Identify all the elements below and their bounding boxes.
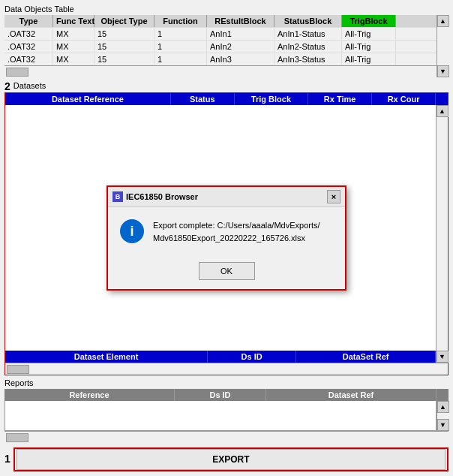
modal-message-line1: Export complete: C:/Users/aaala/MdvExpor…	[153, 221, 320, 230]
th-resultblock: REstultBlock	[207, 15, 274, 27]
th-function: Function	[154, 15, 207, 27]
td-function-1: 1	[154, 28, 207, 40]
reports-body-row: ▲ ▼	[4, 401, 448, 431]
table-row: .OAT32 MX 15 1 AnIn2 AnIn2-Status All-Tr…	[4, 40, 436, 53]
reports-scroll-down[interactable]: ▼	[437, 419, 449, 431]
reports-header: Reference Ds ID Dataset Ref	[4, 389, 448, 401]
scroll-up-arrow[interactable]: ▲	[437, 15, 449, 27]
th-trigblock: TrigBlock	[342, 15, 396, 27]
ok-button[interactable]: OK	[199, 262, 255, 280]
datasets-scroll-spacer	[436, 93, 448, 105]
th-func: Func Text	[53, 15, 94, 27]
modal-title-area: B IEC61850 Browser	[112, 191, 198, 202]
td-statusblock-1: AnIn1-Status	[274, 28, 342, 40]
data-objects-section: Data Objects Table Type Func Text Object…	[4, 5, 448, 77]
vscroll-reports[interactable]: ▲ ▼	[436, 401, 448, 431]
info-icon: i	[120, 219, 144, 243]
datasets-sub-th-dsid: Ds ID	[208, 351, 296, 363]
modal-message-line2: Mdv61850Export_20220222_165726.xlsx	[153, 233, 305, 243]
reports-table-container: Reference Ds ID Dataset Ref ▲ ▼	[4, 389, 448, 443]
hscroll-datasets[interactable]	[5, 363, 448, 375]
datasets-th-status: Status	[171, 93, 235, 105]
td-resultblock-1: AnIn1	[207, 28, 274, 40]
datasets-scroll-up[interactable]: ▲	[436, 105, 448, 117]
datasets-th-trig: Trig Block	[235, 93, 309, 105]
modal-message: Export complete: C:/Users/aaala/MdvExpor…	[153, 219, 320, 244]
td-type-2: .OAT32	[4, 41, 53, 53]
th-type: Type	[4, 15, 53, 27]
td-function-2: 1	[154, 41, 207, 53]
datasets-sub-header: Dataset Element Ds ID DataSet Ref	[5, 351, 436, 363]
th-statusblock: StatusBlock	[274, 15, 342, 27]
datasets-th-rxcour: Rx Cour	[372, 93, 436, 105]
reports-scroll-spacer	[436, 389, 448, 401]
datasets-header: Dataset Reference Status Trig Block Rx T…	[5, 93, 448, 105]
modal-app-icon: B	[112, 191, 123, 202]
td-objtype-1: 15	[94, 28, 154, 40]
data-objects-label: Data Objects Table	[4, 5, 448, 14]
export-row: 1 EXPORT	[4, 446, 448, 471]
modal-footer: OK	[108, 256, 345, 289]
td-type-3: .OAT32	[4, 53, 53, 65]
reports-th-ref: Reference	[4, 389, 175, 401]
reports-section: Reports Reference Ds ID Dataset Ref ▲ ▼	[4, 378, 448, 443]
td-objtype-2: 15	[94, 41, 154, 53]
td-objtype-3: 15	[94, 53, 154, 65]
vscroll-datasets[interactable]: ▲ ▼	[436, 105, 448, 363]
datasets-scroll-down[interactable]: ▼	[436, 351, 448, 363]
td-statusblock-2: AnIn2-Status	[274, 41, 342, 53]
reports-hscroll-thumb[interactable]	[6, 433, 28, 442]
datasets-th-rxtime: Rx Time	[308, 93, 372, 105]
modal-title: IEC61850 Browser	[126, 192, 198, 201]
datasets-sub-th-datasetref: DataSet Ref	[296, 351, 436, 363]
table-row: .OAT32 MX 15 1 AnIn3 AnIn3-Status All-Tr…	[4, 53, 436, 65]
modal-close-button[interactable]: ×	[327, 190, 340, 203]
export-section: EXPORT	[14, 447, 448, 471]
td-resultblock-3: AnIn3	[207, 53, 274, 65]
datasets-label: Datasets	[14, 81, 46, 90]
th-objtype: Object Type	[94, 15, 154, 27]
data-objects-table-header: Type Func Text Object Type Function REst…	[4, 15, 436, 27]
reports-th-datasetref: Dataset Ref	[266, 389, 436, 401]
td-trigblock-2: All-Trig	[342, 41, 396, 53]
hscroll-thumb[interactable]	[6, 68, 28, 77]
datasets-badge: 2	[4, 80, 10, 92]
datasets-label-row: 2 Datasets	[4, 80, 448, 92]
export-button[interactable]: EXPORT	[16, 449, 446, 470]
reports-scroll-up[interactable]: ▲	[437, 401, 449, 413]
td-function-3: 1	[154, 53, 207, 65]
td-func-3: MX	[53, 53, 94, 65]
td-type-1: .OAT32	[4, 28, 53, 40]
reports-th-dsid: Ds ID	[175, 389, 266, 401]
reports-label: Reports	[4, 378, 448, 387]
td-resultblock-2: AnIn2	[207, 41, 274, 53]
data-objects-table-inner: Type Func Text Object Type Function REst…	[4, 15, 436, 77]
scroll-down-arrow[interactable]: ▼	[437, 65, 449, 77]
vscroll-data-objects[interactable]: ▲ ▼	[436, 15, 448, 77]
datasets-hscroll-thumb[interactable]	[7, 365, 29, 374]
table-row: .OAT32 MX 15 1 AnIn1 AnIn1-Status All-Tr…	[4, 27, 436, 40]
modal-body: i Export complete: C:/Users/aaala/MdvExp…	[108, 207, 345, 256]
td-func-2: MX	[53, 41, 94, 53]
badge-1: 1	[4, 453, 10, 465]
hscroll-data-objects[interactable]	[4, 65, 436, 77]
data-objects-table-wrapper: Type Func Text Object Type Function REst…	[4, 15, 448, 77]
td-func-1: MX	[53, 28, 94, 40]
datasets-th-ref: Dataset Reference	[5, 93, 171, 105]
modal-dialog: B IEC61850 Browser × i Export complete: …	[106, 185, 346, 291]
td-trigblock-3: All-Trig	[342, 53, 396, 65]
td-statusblock-3: AnIn3-Status	[274, 53, 342, 65]
hscroll-reports[interactable]	[4, 431, 448, 443]
datasets-sub-th-element: Dataset Element	[5, 351, 208, 363]
reports-body	[4, 401, 436, 431]
modal-titlebar: B IEC61850 Browser ×	[108, 187, 345, 207]
td-trigblock-1: All-Trig	[342, 28, 396, 40]
